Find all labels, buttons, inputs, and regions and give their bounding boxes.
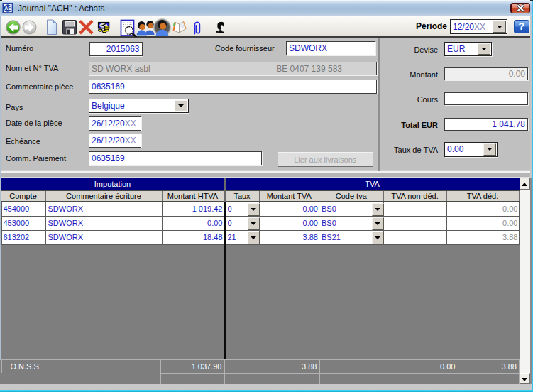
svg-text:AS: AS — [4, 5, 11, 10]
